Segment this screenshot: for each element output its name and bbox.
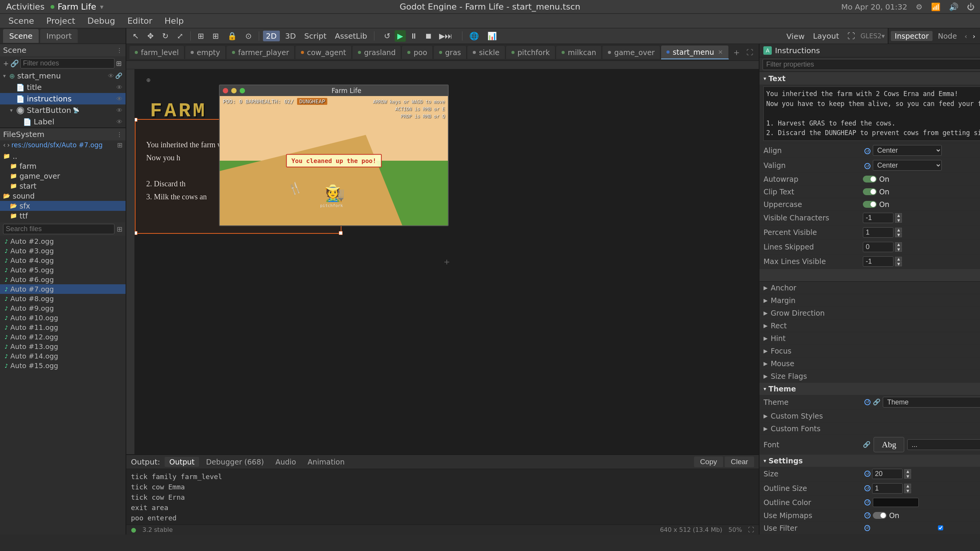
- fs-file-auto5[interactable]: ♪Auto #5.ogg: [0, 265, 126, 275]
- toolbar-rotate[interactable]: ↻: [159, 30, 172, 42]
- filesystem-options[interactable]: ⋮: [116, 131, 122, 138]
- output-tab-debugger[interactable]: Debugger (668): [201, 457, 268, 467]
- scene-tree-icon-btn[interactable]: ⊞: [116, 59, 122, 67]
- fullscreen-btn[interactable]: ⛶: [844, 30, 858, 42]
- copy-button[interactable]: Copy: [694, 456, 723, 467]
- stepper-pv-up[interactable]: ▲: [895, 228, 902, 232]
- reset-theme[interactable]: ↺: [864, 399, 871, 405]
- mode-assetlib[interactable]: AssetLib: [332, 31, 370, 41]
- tab-pitchfork[interactable]: pitchfork: [506, 46, 555, 59]
- fs-item-start[interactable]: 📁start: [0, 181, 126, 191]
- tab-cow-agent[interactable]: cow_agent: [296, 46, 352, 59]
- network-icon[interactable]: 📶: [929, 2, 943, 12]
- toolbar-move[interactable]: ✥: [144, 30, 157, 42]
- tab-farm-level[interactable]: farm_level: [129, 46, 185, 59]
- section-header-theme[interactable]: ▾ Theme: [760, 383, 980, 395]
- font-link-icon[interactable]: 🔗: [863, 441, 871, 448]
- filter-input[interactable]: [763, 59, 980, 70]
- reset-mipmaps[interactable]: ↺: [864, 512, 871, 518]
- win-close-btn[interactable]: [223, 88, 228, 93]
- select-font-type[interactable]: ...: [907, 439, 980, 450]
- expand-mouse[interactable]: ▶ Mouse: [760, 357, 980, 370]
- settings-icon[interactable]: ⚙: [913, 2, 925, 12]
- stepper-size-up[interactable]: ▲: [904, 469, 911, 474]
- fs-item-up[interactable]: 📁..: [0, 151, 126, 161]
- reset-valign[interactable]: ↺: [864, 163, 871, 169]
- output-tab-output[interactable]: Output: [165, 457, 199, 467]
- stepper-ls-up[interactable]: ▲: [895, 242, 902, 247]
- reset-outline-color[interactable]: ↺: [864, 499, 871, 505]
- stepper-ls-down[interactable]: ▼: [895, 247, 902, 252]
- tab-gras[interactable]: gras: [434, 46, 467, 59]
- reset-size[interactable]: ↺: [864, 471, 871, 477]
- fs-path-icon[interactable]: ⊞: [117, 141, 122, 149]
- mode-2d[interactable]: 2D: [263, 31, 280, 41]
- menu-scene[interactable]: Scene: [3, 15, 39, 27]
- toggle-uppercase[interactable]: [863, 201, 877, 208]
- mode-script[interactable]: Script: [301, 31, 330, 41]
- fs-path-nav-fwd[interactable]: ›: [7, 141, 10, 149]
- tab-milkcan[interactable]: milkcan: [556, 46, 602, 59]
- toolbar-snap[interactable]: ⊞: [209, 30, 222, 42]
- chain-icon-start-menu[interactable]: 🔗: [115, 72, 122, 79]
- stepper-up[interactable]: ▲: [895, 213, 902, 218]
- canvas-area[interactable]: FARM LIFE You inherited the farm with 2 …: [135, 69, 759, 454]
- input-size[interactable]: [872, 469, 903, 479]
- text-area[interactable]: You inherited the farm with 2 Cows Erna …: [763, 86, 980, 141]
- clear-button[interactable]: Clear: [725, 456, 754, 467]
- fs-item-game-over[interactable]: 📁game_over: [0, 171, 126, 181]
- stepper-os-up[interactable]: ▲: [904, 484, 911, 488]
- fs-item-ttf[interactable]: 📁ttf: [0, 211, 126, 221]
- eye-icon-instructions[interactable]: 👁: [116, 95, 122, 103]
- sound-icon[interactable]: 🔊: [947, 2, 961, 12]
- fs-search-input[interactable]: [3, 224, 114, 234]
- tree-item-title[interactable]: 📄 title 👁: [0, 82, 126, 93]
- stepper-ml-down[interactable]: ▼: [895, 262, 902, 266]
- eye-icon-title[interactable]: 👁: [116, 84, 122, 91]
- menu-editor[interactable]: Editor: [122, 15, 158, 27]
- menu-project[interactable]: Project: [41, 15, 80, 27]
- toolbar-select[interactable]: ↖: [129, 30, 142, 42]
- section-header-settings[interactable]: ▾ Settings: [760, 455, 980, 467]
- scene-tree-options[interactable]: ⋮: [116, 47, 122, 54]
- stepper-size-down[interactable]: ▼: [904, 474, 911, 479]
- scene-tree-search[interactable]: [20, 58, 114, 68]
- tab-import[interactable]: Import: [40, 29, 78, 43]
- fs-file-auto3[interactable]: ♪Auto #3.ogg: [0, 246, 126, 256]
- statusbar-expand-icon[interactable]: ⛶: [748, 526, 754, 533]
- toolbar-remote-debug[interactable]: 🌐: [466, 30, 482, 42]
- btn-play[interactable]: ▶: [395, 30, 406, 42]
- nav-forward[interactable]: ›: [970, 31, 978, 41]
- input-outline-size[interactable]: [872, 483, 903, 494]
- add-node-btn[interactable]: +: [3, 59, 9, 67]
- fs-file-auto13[interactable]: ♪Auto #13.ogg: [0, 342, 126, 351]
- expand-custom-fonts[interactable]: ▶ Custom Fonts: [760, 422, 980, 435]
- checkbox-filter[interactable]: [872, 525, 980, 530]
- fs-file-auto10[interactable]: ♪Auto #10.ogg: [0, 313, 126, 323]
- tree-item-start-menu[interactable]: ▾ ⊕ start_menu 👁 🔗: [0, 70, 126, 82]
- fs-file-auto8[interactable]: ♪Auto #8.ogg: [0, 294, 126, 303]
- fs-item-sfx[interactable]: 📂sfx: [0, 201, 126, 211]
- fs-view-toggle[interactable]: ⊞: [117, 225, 122, 233]
- layout-btn[interactable]: Layout: [810, 31, 842, 41]
- toggle-clip-text[interactable]: [863, 188, 877, 195]
- mode-3d[interactable]: 3D: [282, 31, 299, 41]
- expand-custom-styles[interactable]: ▶ Custom Styles: [760, 410, 980, 422]
- win-max-btn[interactable]: [240, 88, 245, 93]
- activities-label[interactable]: Activities: [3, 2, 47, 11]
- btn-play-scene[interactable]: ▶⏭: [436, 30, 455, 42]
- eye-icon-startbutton[interactable]: 👁: [116, 107, 122, 114]
- input-lines-skipped[interactable]: [863, 242, 893, 252]
- select-theme[interactable]: Theme: [883, 397, 980, 408]
- fs-file-auto11[interactable]: ♪Auto #11.ogg: [0, 323, 126, 332]
- inspector-tab-btn[interactable]: Inspector: [891, 31, 933, 41]
- btn-pause[interactable]: ⏸: [407, 30, 420, 42]
- tree-item-startbutton[interactable]: ▾ 🔘 StartButton 📡 👁: [0, 104, 126, 116]
- expand-size-flags[interactable]: ▶ Size Flags: [760, 370, 980, 383]
- output-tab-audio[interactable]: Audio: [271, 457, 301, 467]
- toolbar-lock[interactable]: 🔒: [224, 30, 240, 42]
- expand-hint[interactable]: ▶ Hint: [760, 332, 980, 345]
- tab-poo[interactable]: poo: [402, 46, 433, 59]
- fs-path-nav-back[interactable]: ‹: [3, 141, 6, 149]
- expand-focus[interactable]: ▶ Focus: [760, 345, 980, 357]
